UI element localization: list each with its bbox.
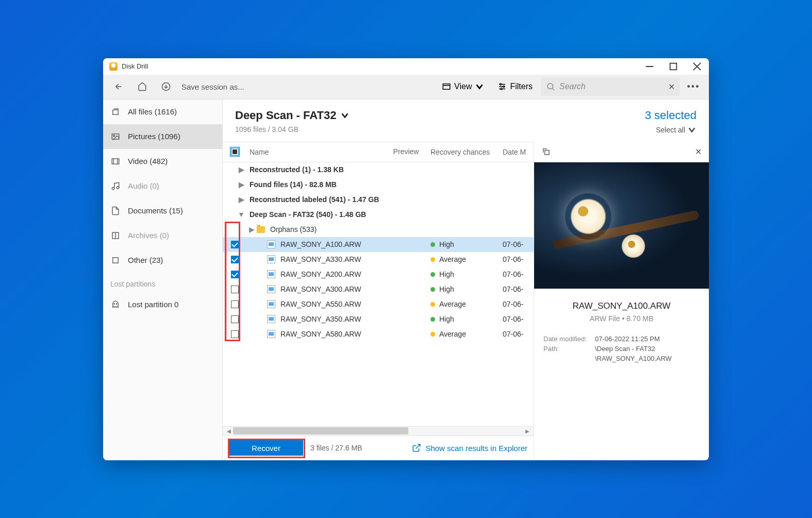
ghost-icon xyxy=(110,299,121,310)
file-row[interactable]: RAW_SONY_A350.ARWHigh07-06- xyxy=(223,312,534,327)
document-icon xyxy=(110,206,121,216)
download-button[interactable] xyxy=(156,76,176,97)
app-window: Disk Drill Save session as... View Filte… xyxy=(103,58,709,460)
file-icon xyxy=(267,240,275,248)
file-checkbox[interactable] xyxy=(231,271,239,278)
expand-icon[interactable]: ▶ xyxy=(236,195,246,204)
footer: Recover 3 files / 27.6 MB Show scan resu… xyxy=(223,436,534,460)
file-checkbox[interactable] xyxy=(231,256,239,263)
external-icon xyxy=(412,443,421,453)
filters-button[interactable]: Filters xyxy=(492,82,538,91)
select-all-button[interactable]: Select all xyxy=(656,125,697,135)
preview-filename: RAW_SONY_A100.ARW xyxy=(543,301,700,311)
clear-search-icon[interactable]: ✕ xyxy=(668,82,675,92)
expand-icon[interactable]: ▶ xyxy=(236,180,246,189)
sidebar-item-all-files[interactable]: All files (1616) xyxy=(103,99,222,124)
svg-rect-32 xyxy=(545,151,549,155)
file-checkbox[interactable] xyxy=(231,315,239,323)
file-icon xyxy=(267,315,275,323)
maximize-button[interactable] xyxy=(661,58,685,75)
back-button[interactable] xyxy=(108,76,129,97)
view-dropdown[interactable]: View xyxy=(437,82,489,91)
group-row[interactable]: ▶Found files (14) - 82.8 MB xyxy=(223,177,534,192)
sidebar-item-video[interactable]: Video (482) xyxy=(103,149,222,174)
minimize-button[interactable] xyxy=(638,58,661,75)
svg-point-12 xyxy=(500,83,502,85)
horizontal-scrollbar[interactable]: ◀▶ xyxy=(223,426,534,436)
select-all-checkbox[interactable] xyxy=(231,148,239,156)
sidebar-item-other[interactable]: Other (23) xyxy=(103,248,222,273)
orphans-row[interactable]: ▶ Orphans (533) xyxy=(223,222,534,237)
status-dot xyxy=(430,272,435,277)
file-row[interactable]: RAW_SONY_A200.ARWHigh07-06- xyxy=(223,267,534,282)
svg-point-24 xyxy=(112,187,114,190)
svg-point-15 xyxy=(548,83,553,89)
file-checkbox[interactable] xyxy=(231,286,239,293)
file-checkbox[interactable] xyxy=(231,241,239,248)
stack-icon xyxy=(110,107,121,117)
sidebar-item-pictures[interactable]: Pictures (1096) xyxy=(103,124,222,149)
status-dot xyxy=(430,242,435,247)
video-icon xyxy=(110,156,121,166)
file-icon xyxy=(267,300,275,308)
group-row[interactable]: ▶Reconstructed labeled (541) - 1.47 GB xyxy=(223,192,534,207)
save-session-label[interactable]: Save session as... xyxy=(181,82,244,91)
window-controls xyxy=(638,58,709,75)
file-checkbox[interactable] xyxy=(231,300,239,308)
recover-button[interactable]: Recover xyxy=(229,440,303,456)
close-preview-icon[interactable]: ✕ xyxy=(695,147,702,157)
file-row[interactable]: RAW_SONY_A100.ARWHigh07-06- xyxy=(223,237,534,252)
archive-icon xyxy=(110,230,121,241)
file-row[interactable]: RAW_SONY_A330.ARWAverage07-06- xyxy=(223,252,534,267)
preview-panel: Preview ✕ RAW_SONY_A100.ARW ARW File • 8… xyxy=(534,142,709,460)
file-row[interactable]: RAW_SONY_A580.ARWAverage07-06- xyxy=(223,327,534,342)
footer-summary: 3 files / 27.6 MB xyxy=(310,444,362,452)
more-button[interactable]: ••• xyxy=(683,81,704,92)
column-recovery[interactable]: Recovery chances xyxy=(430,148,503,156)
file-icon xyxy=(267,270,275,278)
show-in-explorer-link[interactable]: Show scan results in Explorer xyxy=(412,443,527,453)
expand-icon[interactable]: ▶ xyxy=(246,225,257,233)
audio-icon xyxy=(110,181,121,191)
preview-meta: ARW File • 8.70 MB xyxy=(543,314,700,323)
sidebar-section-lost: Lost partitions xyxy=(103,273,222,292)
column-date[interactable]: Date M xyxy=(503,148,534,156)
search-input[interactable]: Search ✕ xyxy=(541,77,680,96)
sidebar-item-documents[interactable]: Documents (15) xyxy=(103,198,222,223)
search-icon xyxy=(546,82,555,91)
file-icon xyxy=(267,255,275,263)
svg-point-30 xyxy=(117,303,118,304)
home-button[interactable] xyxy=(132,76,153,97)
file-row[interactable]: RAW_SONY_A550.ARWAverage07-06- xyxy=(223,297,534,312)
status-dot xyxy=(430,317,435,322)
close-button[interactable] xyxy=(685,58,709,75)
app-title: Disk Drill xyxy=(122,62,148,70)
status-dot xyxy=(430,302,435,307)
sidebar-item-archives[interactable]: Archives (0) xyxy=(103,223,222,248)
file-row[interactable]: RAW_SONY_A300.ARWHigh07-06- xyxy=(223,282,534,297)
status-dot xyxy=(430,332,435,337)
expand-icon[interactable]: ▶ xyxy=(236,165,246,174)
svg-point-13 xyxy=(503,86,505,88)
svg-rect-28 xyxy=(113,257,119,263)
copy-icon[interactable] xyxy=(541,147,551,156)
page-title[interactable]: Deep Scan - FAT32 xyxy=(235,109,350,122)
sidebar-item-lost-partition[interactable]: Lost partition 0 xyxy=(103,292,222,317)
svg-rect-21 xyxy=(112,158,119,164)
expand-icon[interactable]: ▼ xyxy=(236,210,246,219)
group-row[interactable]: ▶Reconstructed (1) - 1.38 KB xyxy=(223,162,534,177)
file-table: ▶Reconstructed (1) - 1.38 KB▶Found files… xyxy=(223,162,534,426)
status-dot xyxy=(430,257,435,262)
svg-rect-1 xyxy=(670,63,677,70)
table-header: Name Recovery chances Date M xyxy=(223,142,534,162)
image-icon xyxy=(110,131,121,142)
selected-count: 3 selected xyxy=(645,109,697,122)
svg-rect-17 xyxy=(113,110,119,114)
sidebar-item-audio[interactable]: Audio (0) xyxy=(103,174,222,198)
app-icon xyxy=(109,62,118,71)
chevron-down-icon xyxy=(340,111,350,120)
file-checkbox[interactable] xyxy=(231,330,239,338)
group-row[interactable]: ▼Deep Scan - FAT32 (540) - 1.48 GB xyxy=(223,207,534,222)
main-content: Deep Scan - FAT32 1096 files / 3.04 GB 3… xyxy=(223,99,709,460)
svg-rect-7 xyxy=(443,84,450,90)
